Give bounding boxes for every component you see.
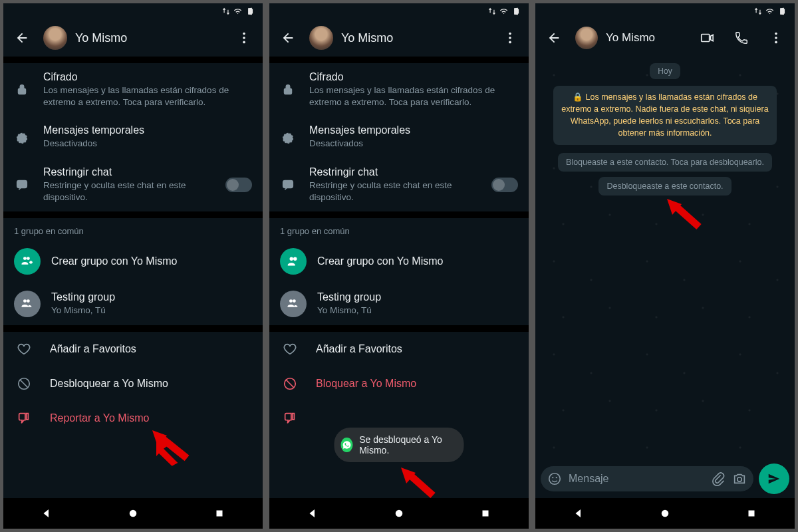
back-button[interactable] xyxy=(275,25,301,51)
battery-icon xyxy=(245,7,255,16)
favorites-label: Añadir a Favoritos xyxy=(50,343,136,355)
svg-point-28 xyxy=(549,473,561,485)
group-row[interactable]: Testing group Yo Mismo, Tú xyxy=(3,283,263,325)
nav-back-icon[interactable] xyxy=(41,507,53,519)
thumbs-down-icon xyxy=(283,411,297,426)
encryption-row[interactable]: Cifrado Los mensajes y las llamadas está… xyxy=(3,63,263,116)
video-call-button[interactable] xyxy=(694,25,720,51)
svg-rect-33 xyxy=(749,511,755,517)
emoji-icon[interactable] xyxy=(547,471,562,486)
disappearing-title: Mensajes temporales xyxy=(43,124,252,136)
more-options-button[interactable] xyxy=(231,25,257,51)
group-row[interactable]: Testing group Yo Mismo, Tú xyxy=(269,283,529,325)
restrict-row[interactable]: Restringir chat Restringe y oculta este … xyxy=(269,158,529,211)
toast-text: Se desbloqueó a Yo Mismo. xyxy=(359,434,452,456)
svg-rect-22 xyxy=(483,511,489,517)
back-button[interactable] xyxy=(9,25,35,51)
block-row[interactable]: Bloquear a Yo Mismo xyxy=(269,366,529,401)
block-icon xyxy=(17,376,31,391)
contact-name[interactable]: Yo Mismo xyxy=(341,31,489,45)
chat-body: Hoy 🔒 Los mensajes y las llamadas están … xyxy=(535,57,795,460)
send-button[interactable] xyxy=(759,464,789,494)
svg-point-26 xyxy=(775,41,777,44)
nav-home-icon[interactable] xyxy=(659,507,671,519)
more-options-button[interactable] xyxy=(763,25,789,51)
favorites-row[interactable]: Añadir a Favoritos xyxy=(3,332,263,366)
chat-header: Yo Mismo xyxy=(535,19,795,57)
restrict-title: Restringir chat xyxy=(43,166,212,178)
timer-icon xyxy=(14,130,30,145)
android-nav-bar xyxy=(269,498,529,529)
create-group-icon xyxy=(280,248,307,275)
voice-call-button[interactable] xyxy=(728,25,755,51)
group-title: Testing group xyxy=(317,291,518,303)
restrict-toggle[interactable] xyxy=(491,178,518,192)
report-row[interactable]: Reportar a Yo Mismo xyxy=(3,401,263,436)
svg-point-30 xyxy=(556,477,557,478)
svg-marker-11 xyxy=(156,434,170,446)
app-header: Yo Mismo xyxy=(269,19,529,57)
nav-home-icon[interactable] xyxy=(393,507,405,519)
nav-home-icon[interactable] xyxy=(127,507,139,519)
lock-icon xyxy=(280,82,296,97)
unblock-toast: Se desbloqueó a Yo Mismo. xyxy=(334,428,464,462)
timer-icon xyxy=(280,130,296,145)
screen-contact-info-block: Yo Mismo Cifrado Los mensajes y las llam… xyxy=(269,3,529,529)
svg-point-15 xyxy=(509,41,511,44)
more-options-button[interactable] xyxy=(497,25,523,51)
nav-recent-icon[interactable] xyxy=(745,507,757,519)
create-group-label: Crear grupo con Yo Mismo xyxy=(51,255,177,267)
avatar[interactable] xyxy=(43,26,67,50)
android-status-bar xyxy=(535,3,795,19)
svg-point-2 xyxy=(243,41,245,44)
create-group-row[interactable]: Crear grupo con Yo Mismo xyxy=(3,240,263,283)
create-group-row[interactable]: Crear grupo con Yo Mismo xyxy=(269,240,529,283)
svg-point-24 xyxy=(775,33,777,35)
contact-name[interactable]: Yo Mismo xyxy=(75,31,223,45)
message-input[interactable]: Mensaje xyxy=(541,466,753,491)
svg-point-21 xyxy=(396,510,403,517)
nav-back-icon[interactable] xyxy=(573,507,585,519)
disappearing-row[interactable]: Mensajes temporales Desactivados xyxy=(3,116,263,158)
restrict-toggle[interactable] xyxy=(225,178,252,192)
avatar[interactable] xyxy=(575,27,598,49)
attach-icon[interactable] xyxy=(711,471,726,486)
svg-point-8 xyxy=(130,510,137,517)
encryption-sub: Los mensajes y las llamadas están cifrad… xyxy=(309,84,518,108)
android-status-bar xyxy=(269,3,529,19)
svg-rect-3 xyxy=(19,88,26,94)
chat-lock-icon xyxy=(280,178,296,192)
svg-point-32 xyxy=(662,510,669,517)
restrict-row[interactable]: Restringir chat Restringe y oculta este … xyxy=(3,158,263,211)
nav-recent-icon[interactable] xyxy=(213,507,225,519)
favorites-label: Añadir a Favoritos xyxy=(316,343,402,355)
android-status-bar xyxy=(3,3,263,19)
nav-back-icon[interactable] xyxy=(307,507,319,519)
group-title: Testing group xyxy=(51,291,252,303)
whatsapp-icon xyxy=(341,438,353,452)
unblock-row[interactable]: Desbloquear a Yo Mismo xyxy=(3,366,263,401)
avatar[interactable] xyxy=(309,26,333,50)
block-label: Bloquear a Yo Mismo xyxy=(316,378,416,390)
disappearing-sub: Desactivados xyxy=(43,138,252,150)
blocked-message[interactable]: Bloqueaste a este contacto. Toca para de… xyxy=(558,153,772,172)
encryption-sub: Los mensajes y las llamadas están cifrad… xyxy=(43,84,252,108)
camera-icon[interactable] xyxy=(732,471,747,486)
signal-updown-icon xyxy=(221,7,231,16)
disappearing-sub: Desactivados xyxy=(309,138,518,150)
disappearing-row[interactable]: Mensajes temporales Desactivados xyxy=(269,116,529,158)
chat-lock-icon xyxy=(14,178,30,192)
svg-point-25 xyxy=(775,37,777,39)
restrict-title: Restringir chat xyxy=(309,166,478,178)
contact-name[interactable]: Yo Mismo xyxy=(606,31,686,45)
heart-icon xyxy=(17,342,31,356)
svg-rect-6 xyxy=(21,183,23,186)
favorites-row[interactable]: Añadir a Favoritos xyxy=(269,332,529,366)
back-button[interactable] xyxy=(541,25,567,51)
svg-point-13 xyxy=(509,33,511,35)
battery-icon xyxy=(511,7,521,16)
encryption-row[interactable]: Cifrado Los mensajes y las llamadas está… xyxy=(269,63,529,116)
nav-recent-icon[interactable] xyxy=(479,507,491,519)
encryption-notice[interactable]: 🔒 Los mensajes y las llamadas están cifr… xyxy=(553,86,776,145)
app-header: Yo Mismo xyxy=(3,19,263,57)
